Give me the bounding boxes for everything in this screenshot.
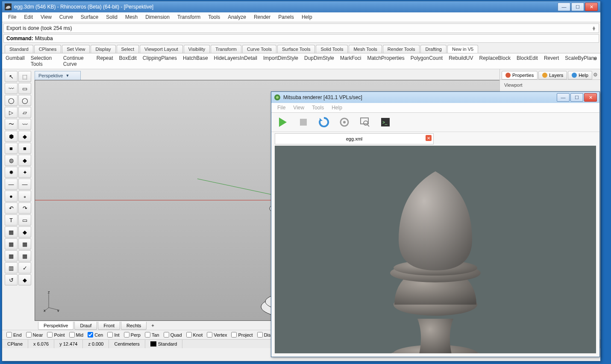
menu-tools[interactable]: Tools [205,13,223,21]
osnap-cen[interactable]: Cen [88,332,103,338]
tool-button-22[interactable]: ↶ [5,203,18,214]
menu-panels[interactable]: Panels [275,13,297,21]
ribbon-cmd-matchproperties[interactable]: MatchProperties [367,55,404,67]
tool-button-21[interactable]: ∘ [18,191,31,202]
menu-solid[interactable]: Solid [103,13,121,21]
stop-button[interactable] [296,115,311,129]
tool-button-33[interactable]: ✓ [18,262,31,273]
tool-button-18[interactable]: — [5,179,18,190]
osnap-end[interactable]: End [6,332,22,338]
status-plane[interactable]: CPlane [2,340,28,348]
osnap-quad[interactable]: Quad [164,332,182,338]
osnap-knot-checkbox[interactable] [186,332,192,338]
mitsuba-window[interactable]: Mitsuba renderer [431.1 VPLs/sec] — ☐ ✕ … [271,91,600,357]
mitsuba-maximize-button[interactable]: ☐ [570,93,583,102]
tool-button-15[interactable]: ◆ [18,155,31,166]
ribbon-tab-curve-tools[interactable]: Curve Tools [242,45,276,53]
osnap-int[interactable]: Int [107,332,119,338]
ribbon-tab-set-view[interactable]: Set View [62,45,90,53]
mitsuba-menu-file[interactable]: File [274,104,289,112]
ribbon-cmd-revert[interactable]: Revert [544,55,559,67]
ribbon-overflow-icon[interactable]: » [593,55,597,62]
viewport-tab-perspektive[interactable]: Perspektive [38,322,73,330]
osnap-disable-checkbox[interactable] [257,332,263,338]
ribbon-tab-select[interactable]: Select [117,45,139,53]
mitsuba-menu-view[interactable]: View [290,104,308,112]
menu-view[interactable]: View [37,13,55,21]
tool-button-6[interactable]: ▷ [5,107,18,118]
tool-button-13[interactable]: ■ [18,143,31,154]
tool-button-34[interactable]: ↺ [5,274,18,285]
tool-button-30[interactable]: ▦ [5,250,18,261]
settings-button[interactable] [337,115,352,129]
tool-button-12[interactable]: ■ [5,143,18,154]
osnap-vertex[interactable]: Vertex [207,332,227,338]
tool-button-16[interactable]: ✹ [5,167,18,178]
render-view[interactable] [275,146,596,353]
mitsuba-close-button[interactable]: ✕ [584,93,597,102]
osnap-mid[interactable]: Mid [69,332,84,338]
panel-settings-icon[interactable]: ⚙ [593,72,598,78]
ribbon-cmd-hidelayersindetail[interactable]: HideLayersInDetail [214,55,257,67]
tool-button-14[interactable]: ◍ [5,155,18,166]
status-layer[interactable]: Standard [145,340,183,348]
ribbon-cmd-rebuilduv[interactable]: RebuildUV [449,55,473,67]
viewport-tab-drauf[interactable]: Drauf [74,322,97,330]
osnap-tan-checkbox[interactable] [145,332,150,338]
osnap-point-checkbox[interactable] [47,332,53,338]
ribbon-cmd-repeat[interactable]: Repeat [97,55,113,67]
viewport-dropdown-icon[interactable]: ▼ [65,73,69,78]
ribbon-tab-display[interactable]: Display [91,45,115,53]
file-tab-close-icon[interactable]: ✕ [426,135,432,141]
ribbon-tab-solid-tools[interactable]: Solid Tools [316,45,348,53]
ribbon-tab-visibility[interactable]: Visibility [184,45,210,53]
close-button[interactable]: ✕ [585,3,598,11]
ribbon-tab-drafting[interactable]: Drafting [420,45,446,53]
ribbon-cmd-hatchbase[interactable]: HatchBase [183,55,208,67]
play-button[interactable] [276,115,290,129]
menu-file[interactable]: File [5,13,20,21]
ribbon-cmd-markfoci[interactable]: MarkFoci [340,55,361,67]
ribbon-tab-surface-tools[interactable]: Surface Tools [277,45,315,53]
ribbon-tab-new-in-v5[interactable]: New in V5 [447,45,478,53]
tool-button-25[interactable]: ▭ [18,214,31,226]
menu-dimension[interactable]: Dimension [142,13,173,21]
osnap-int-checkbox[interactable] [107,332,113,338]
ribbon-cmd-importdimstyle[interactable]: ImportDimStyle [263,55,298,67]
ribbon-tab-standard[interactable]: Standard [5,45,33,53]
viewport-tab-rechts[interactable]: Rechts [121,322,147,330]
osnap-point[interactable]: Point [47,332,65,338]
osnap-knot[interactable]: Knot [186,332,203,338]
command-line[interactable]: Command: Mitsuba [3,34,599,43]
maximize-button[interactable]: ☐ [571,3,584,11]
menu-edit[interactable]: Edit [21,13,36,21]
minimize-button[interactable]: — [558,3,570,11]
mitsuba-menu-help[interactable]: Help [328,104,346,112]
tool-button-2[interactable]: 〰 [5,83,18,94]
tool-button-17[interactable]: ✦ [18,167,31,178]
ribbon-cmd-scalebyplane[interactable]: ScaleByPlane [565,55,597,67]
ribbon-cmd-continue curve[interactable]: Continue Curve [63,55,91,67]
tool-button-26[interactable]: ▦ [5,226,18,238]
menu-transform[interactable]: Transform [174,13,204,21]
tool-button-5[interactable]: ◯ [18,95,31,106]
ribbon-cmd-boxedit[interactable]: BoxEdit [119,55,136,67]
ribbon-cmd-dupdimstyle[interactable]: DupDimStyle [304,55,334,67]
zoom-button[interactable] [358,115,372,129]
menu-help[interactable]: Help [298,13,316,21]
ribbon-tab-cplanes[interactable]: CPlanes [34,45,62,53]
tool-button-1[interactable]: ⬚ [18,71,31,82]
osnap-vertex-checkbox[interactable] [207,332,212,338]
ribbon-tab-render-tools[interactable]: Render Tools [383,45,420,53]
tool-button-24[interactable]: T [5,214,18,226]
add-viewport-tab[interactable]: ✦ [147,322,158,330]
tool-button-35[interactable]: ◆ [18,274,31,285]
osnap-perp[interactable]: Perp [124,332,141,338]
tool-button-7[interactable]: ▱ [18,107,31,118]
osnap-quad-checkbox[interactable] [164,332,169,338]
tool-button-23[interactable]: ↷ [18,203,31,214]
tool-button-9[interactable]: 〰 [18,119,31,130]
osnap-perp-checkbox[interactable] [124,332,129,338]
tool-button-20[interactable]: ● [5,191,18,202]
ribbon-tab-transform[interactable]: Transform [211,45,241,53]
